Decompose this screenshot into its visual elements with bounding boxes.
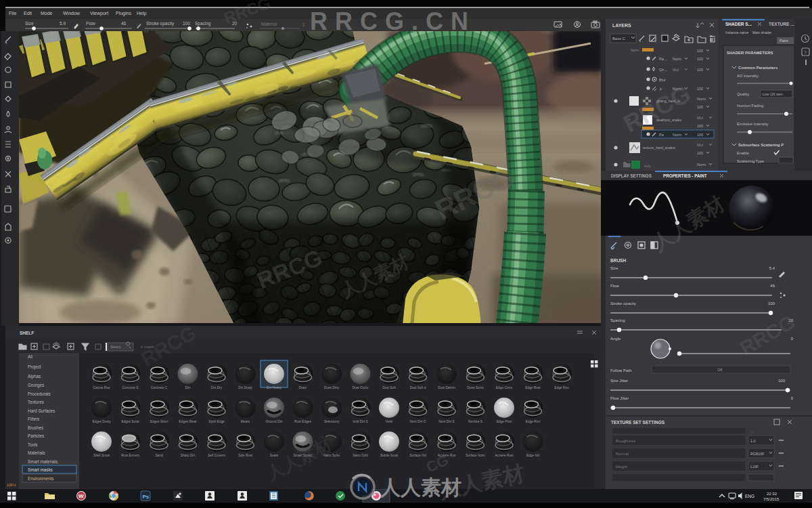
svg-text:Norm: Norm	[673, 133, 682, 137]
svg-text:Procedurals: Procedurals	[28, 391, 51, 396]
svg-text:Edges Dusty: Edges Dusty	[92, 420, 111, 423]
svg-text:Flow Jitter: Flow Jitter	[610, 396, 629, 400]
svg-text:Low (16 sam: Low (16 sam	[763, 92, 783, 96]
svg-text:Ground Dirt: Ground Dirt	[266, 420, 283, 423]
svg-text:Blur: Blur	[659, 78, 666, 82]
svg-text:BRUSH: BRUSH	[610, 258, 626, 263]
svg-text:Norm: Norm	[673, 57, 682, 61]
svg-text:texture_hard_scales: texture_hard_scales	[643, 146, 675, 150]
svg-text:Roughness: Roughness	[616, 439, 635, 443]
svg-text:Ch...: Ch...	[659, 68, 667, 72]
svg-text:20: 20	[232, 21, 238, 26]
svg-text:Dues Scins: Dues Scins	[467, 386, 484, 389]
svg-text:Filters: Filters	[28, 417, 39, 421]
svg-text:Seats: Seats	[270, 454, 279, 457]
svg-text:Edge Vol: Edge Vol	[526, 454, 539, 457]
svg-text:Dirt Heavy: Dirt Heavy	[267, 386, 282, 389]
svg-text:Flow: Flow	[86, 21, 95, 26]
svg-text:Edges Stron: Edges Stron	[150, 420, 168, 423]
svg-text:Norm: Norm	[631, 48, 639, 52]
svg-text:1: 1	[302, 22, 305, 27]
svg-text:Quality: Quality	[737, 92, 749, 96]
svg-text:Emissive Intensity: Emissive Intensity	[737, 122, 768, 126]
svg-text:L16F: L16F	[750, 465, 759, 469]
svg-text:100: 100	[697, 87, 703, 91]
svg-text:Spirit Edge: Spirit Edge	[208, 420, 225, 423]
svg-text:Window: Window	[63, 11, 81, 16]
svg-text:Rust Edges: Rust Edges	[294, 420, 311, 423]
svg-text:46: 46	[121, 21, 127, 26]
svg-text:Nent Dirt O: Nent Dirt O	[410, 420, 426, 423]
svg-text:Size: Size	[610, 266, 618, 270]
svg-text:Enable: Enable	[737, 151, 749, 155]
svg-text:Mul: Mul	[697, 143, 703, 147]
svg-text:SHADER PARAMETERS: SHADER PARAMETERS	[727, 51, 773, 55]
svg-text:Tools: Tools	[28, 442, 38, 447]
svg-text:100: 100	[697, 105, 703, 109]
svg-text:Smart Scratc: Smart Scratc	[294, 454, 313, 457]
svg-text:46: 46	[770, 284, 775, 288]
svg-text:Smart masks: Smart masks	[28, 467, 53, 472]
svg-text:Project: Project	[28, 364, 41, 370]
svg-text:Surface Vol: Surface Vol	[409, 454, 426, 457]
svg-text:Dust Damm: Dust Damm	[438, 386, 455, 389]
svg-text:Help: Help	[137, 11, 147, 16]
svg-text:Stroke opacity: Stroke opacity	[610, 301, 636, 305]
svg-text:Surface Volm: Surface Volm	[466, 454, 485, 457]
svg-text:Side Rust: Side Rust	[238, 454, 252, 457]
svg-text:Main shader: Main shader	[752, 30, 772, 35]
svg-text:Common Parameters: Common Parameters	[738, 66, 777, 70]
svg-text:Dues Dirty: Dues Dirty	[324, 386, 340, 389]
svg-text:7/5/2015: 7/5/2015	[763, 497, 780, 501]
svg-text:100: 100	[697, 49, 703, 53]
svg-text:W: W	[78, 493, 84, 499]
svg-text:Rust Extrem: Rust Extrem	[121, 454, 139, 457]
svg-text:Angle: Angle	[610, 337, 621, 341]
svg-text:Norm: Norm	[697, 97, 706, 101]
svg-text:Pa...: Pa...	[659, 57, 667, 61]
svg-text:Edges Scrat: Edges Scrat	[121, 420, 139, 423]
svg-text:Plugins: Plugins	[116, 11, 131, 16]
svg-text:ghang_hard_le: ghang_hard_le	[656, 99, 680, 103]
svg-text:LAYERS: LAYERS	[612, 23, 631, 28]
svg-text:Edge Pron: Edge Pron	[497, 420, 512, 423]
svg-text:All: All	[28, 354, 32, 359]
svg-text:Concrete C: Concrete C	[151, 386, 168, 389]
svg-text:Smart materials: Smart materials	[28, 459, 58, 464]
svg-text:Nairo Scrle: Nairo Scrle	[323, 454, 340, 457]
svg-text:20: 20	[788, 318, 793, 322]
svg-text:100: 100	[697, 124, 703, 128]
svg-text:Spacing: Spacing	[610, 318, 625, 322]
svg-text:Norm: Norm	[697, 163, 706, 167]
svg-text:s mask: s mask	[141, 345, 154, 349]
svg-text:File: File	[9, 11, 16, 16]
svg-text:100: 100	[697, 68, 703, 72]
svg-text:Stroke opacity: Stroke opacity	[146, 21, 175, 26]
svg-text:Edges Wear: Edges Wear	[179, 420, 197, 423]
svg-text:Size: Size	[25, 21, 34, 26]
svg-text:Brushes: Brushes	[28, 425, 43, 430]
svg-text:Alphas: Alphas	[28, 374, 41, 379]
svg-text:kelly: kelly	[644, 164, 652, 168]
svg-text:deathpic_snake: deathpic_snake	[656, 118, 681, 122]
svg-text:Horizon Fading: Horizon Fading	[737, 104, 763, 108]
svg-text:22:32: 22:32	[767, 492, 777, 496]
svg-text:Environments: Environments	[28, 476, 54, 481]
svg-text:5.4: 5.4	[769, 266, 775, 270]
svg-text:SHADER S...: SHADER S...	[725, 22, 752, 26]
svg-text:Mul: Mul	[673, 68, 679, 72]
svg-text:Self Coverin: Self Coverin	[208, 454, 225, 457]
svg-text:...: ...	[751, 429, 754, 433]
svg-text:Concrete S: Concrete S	[122, 386, 139, 389]
svg-text:Sand: Sand	[155, 454, 163, 457]
svg-text:Vold Dirt S: Vold Dirt S	[353, 420, 368, 423]
svg-text:PROPERTIES - PAINT: PROPERTIES - PAINT	[663, 173, 707, 178]
svg-text:Flow: Flow	[610, 284, 619, 288]
svg-text:Dirt Dusty: Dirt Dusty	[238, 386, 253, 389]
svg-text:Acntere Rust: Acntere Rust	[495, 454, 514, 457]
svg-text:Velst: Velst	[386, 420, 393, 423]
svg-text:Searc: Searc	[110, 345, 121, 349]
svg-text:Particles: Particles	[28, 433, 44, 438]
svg-text:AO Intensity: AO Intensity	[737, 74, 759, 78]
svg-text:Base C: Base C	[612, 37, 625, 41]
